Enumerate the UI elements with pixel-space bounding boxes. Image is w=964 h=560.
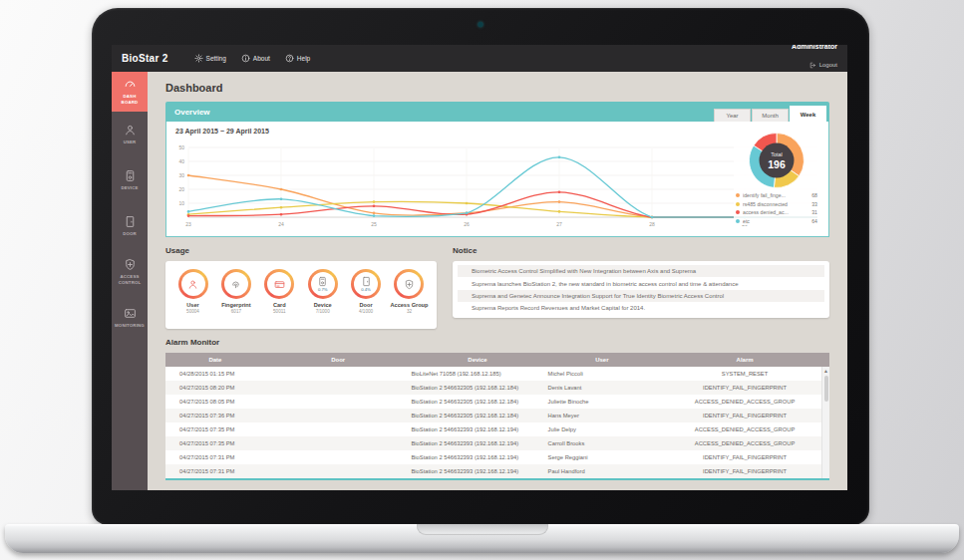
notice-title: Notice (453, 246, 829, 255)
legend-row: access denied_ac... 31 (736, 208, 817, 217)
laptop-lid: BioStar 2 Setting About Help Administrat… (92, 8, 869, 525)
sidebar-item-label: USER (124, 140, 137, 145)
notice-item[interactable]: Suprema launches BioStation 2, the new s… (458, 277, 824, 289)
top-menu: Setting About Help (194, 54, 311, 63)
current-user-label: Administrator (792, 45, 837, 52)
menu-item-label: About (253, 55, 270, 62)
sidebar-item-access-control[interactable]: ACCESS CONTROL (112, 249, 148, 295)
alarm-table-body: 04/28/2015 01:15 PM BioLiteNet 71058 (19… (165, 367, 829, 478)
usage-item-access-group[interactable]: Access Group 32 (389, 269, 430, 324)
overview-panel: Overview YearMonthWeek 23 April 2015 ~ 2… (165, 102, 829, 237)
notice-item[interactable]: Biometric Access Control Simplified with… (458, 265, 824, 277)
usage-title: Usage (165, 246, 437, 255)
dashboard-icon (124, 78, 137, 91)
usage-percent: 0.4% (361, 287, 371, 292)
app-logo: BioStar 2 (122, 53, 168, 64)
scrollbar[interactable]: ▲ (821, 367, 829, 478)
cell-date: 04/27/2015 07:31 PM (165, 454, 265, 460)
scroll-up-icon[interactable]: ▲ (822, 367, 829, 375)
content: Dashboard Overview YearMonthWeek 23 Apri… (148, 72, 847, 490)
cell-date: 04/27/2015 07:36 PM (165, 413, 265, 419)
svg-text:26: 26 (464, 221, 470, 227)
cell-user: Hans Meyer (544, 413, 661, 419)
account-area: Administrator Logout (792, 45, 837, 75)
device-icon (124, 169, 137, 182)
user-icon (124, 124, 137, 137)
usage-item-device[interactable]: 0.7% Device 7/1000 (302, 269, 343, 324)
cell-date: 04/28/2015 01:15 PM (165, 371, 265, 377)
svg-text:23: 23 (185, 221, 191, 227)
menu-item-help[interactable]: Help (285, 54, 310, 63)
card-icon (274, 279, 285, 290)
table-row[interactable]: 04/27/2015 07:36 PM BioStation 2 5466323… (165, 409, 829, 422)
table-row[interactable]: 04/27/2015 07:31 PM BioStation 2 5466323… (165, 464, 829, 478)
cell-device: BioStation 2 546632393 (192.168.12.194) (411, 440, 543, 446)
menu-item-about[interactable]: About (241, 54, 270, 63)
usage-value: 6017 (231, 309, 241, 314)
tab-year[interactable]: Year (714, 109, 751, 122)
svg-text:10: 10 (178, 200, 184, 206)
date-range-label: 23 April 2015 ~ 29 April 2015 (175, 128, 819, 135)
cell-device: BioStation 2 546632393 (192.168.12.194) (411, 454, 543, 460)
legend-row: rs485 disconnected 33 (736, 200, 817, 209)
usage-ring (178, 269, 208, 299)
help-icon (285, 54, 294, 63)
usage-ring (394, 269, 424, 299)
user-icon (187, 279, 198, 290)
sidebar-item-device[interactable]: DEVICE (112, 157, 148, 203)
sidebar-item-door[interactable]: DOOR (112, 203, 148, 249)
usage-item-user[interactable]: User 50004 (172, 269, 213, 324)
tab-month[interactable]: Month (752, 109, 789, 122)
notice-item[interactable]: Suprema and Genetec Announce Integration… (458, 290, 824, 302)
fingerprint-icon (230, 279, 241, 290)
sidebar-item-dash-board[interactable]: DASH BOARD (112, 72, 148, 112)
table-row[interactable]: 04/27/2015 07:35 PM BioStation 2 5466323… (165, 436, 829, 450)
cell-alarm: IDENTIFY_FAIL_FINGERPRINT (660, 468, 829, 474)
page-title: Dashboard (165, 82, 829, 94)
sidebar-item-label: DOOR (123, 231, 137, 237)
cell-date: 04/27/2015 07:31 PM (165, 468, 265, 474)
donut-chart: Total196 (748, 132, 805, 189)
legend-label: access denied_ac... (743, 209, 808, 215)
usage-item-door[interactable]: 0.4% Door 4/1000 (346, 269, 387, 324)
column-header-user: User (544, 357, 661, 363)
legend-dot (736, 210, 740, 214)
usage-ring: 0.7% (308, 269, 338, 299)
usage-item-card[interactable]: Card 50011 (259, 269, 300, 324)
table-row[interactable]: 04/28/2015 01:15 PM BioLiteNet 71058 (19… (165, 367, 829, 381)
legend-value: 68 (811, 192, 817, 198)
info-icon (241, 54, 250, 63)
usage-label: Fingerprint (221, 302, 251, 308)
svg-text:Total: Total (771, 151, 783, 157)
column-header-device: Device (411, 357, 543, 363)
logout-button[interactable]: Logout (809, 61, 837, 70)
table-row[interactable]: 04/27/2015 07:35 PM BioStation 2 5466323… (165, 422, 829, 436)
usage-notice-row: Usage User 50004 Fingerprint 6017 C (165, 246, 829, 329)
table-row[interactable]: 04/27/2015 08:05 PM BioStation 2 5466323… (165, 395, 829, 409)
usage-item-fingerprint[interactable]: Fingerprint 6017 (215, 269, 256, 324)
webcam-icon (479, 22, 483, 27)
scrollbar-thumb[interactable] (824, 376, 828, 402)
menu-item-setting[interactable]: Setting (194, 54, 226, 63)
column-header-alarm: Alarm (660, 357, 829, 363)
cell-alarm: IDENTIFY_FAIL_FINGERPRINT (660, 385, 829, 391)
legend-dot (736, 193, 740, 197)
tab-week[interactable]: Week (790, 106, 826, 122)
sidebar-item-monitoring[interactable]: MONITORING (112, 295, 148, 341)
svg-text:50: 50 (178, 144, 184, 150)
main-area: DASH BOARD USER DEVICE DOOR ACCESS CONTR… (112, 72, 847, 490)
sidebar-item-user[interactable]: USER (112, 112, 148, 157)
svg-text:27: 27 (556, 221, 562, 227)
usage-ring: 0.4% (351, 269, 381, 299)
usage-value: 50011 (273, 309, 285, 314)
table-row[interactable]: 04/27/2015 07:31 PM BioStation 2 5466323… (165, 450, 829, 464)
cell-alarm: ACCESS_DENIED_ACCESS_GROUP (660, 399, 829, 405)
table-row[interactable]: 04/27/2015 08:20 PM BioStation 2 5466323… (165, 381, 829, 395)
device-icon (317, 276, 328, 287)
alarm-monitor-title: Alarm Monitor (165, 338, 829, 347)
door-icon (361, 276, 372, 287)
cell-date: 04/27/2015 08:20 PM (165, 385, 265, 391)
notice-item[interactable]: Suprema Reports Record Revenues and Mark… (458, 302, 824, 314)
door-icon (124, 215, 137, 228)
cell-device: BioLiteNet 71058 (192.168.12.185) (411, 371, 543, 377)
